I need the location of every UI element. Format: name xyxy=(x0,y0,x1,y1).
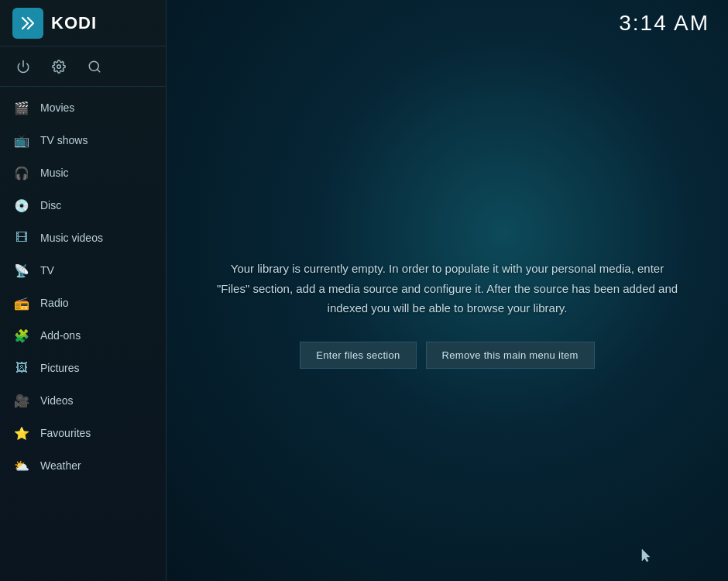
sidebar-item-label-pictures: Pictures xyxy=(40,362,80,374)
enter-files-button[interactable]: Enter files section xyxy=(300,342,416,369)
sidebar-item-music[interactable]: 🎧Music xyxy=(0,156,166,189)
add-ons-icon: 🧩 xyxy=(12,326,31,345)
sidebar-item-radio[interactable]: 📻Radio xyxy=(0,287,166,319)
sidebar-item-label-movies: Movies xyxy=(40,101,74,114)
music-videos-icon: 🎞 xyxy=(12,229,31,247)
disc-icon: 💿 xyxy=(12,196,31,215)
search-icon[interactable] xyxy=(84,56,105,77)
sidebar-toolbar xyxy=(0,46,166,87)
sidebar-item-pictures[interactable]: 🖼Pictures xyxy=(0,352,166,384)
main-content: 3:14 AM Your library is currently empty.… xyxy=(167,0,728,581)
sidebar-item-music-videos[interactable]: 🎞Music videos xyxy=(0,222,166,254)
clock: 3:14 AM xyxy=(619,11,709,36)
videos-icon: 🎥 xyxy=(12,391,31,410)
sidebar-item-disc[interactable]: 💿Disc xyxy=(0,189,166,222)
favourites-icon: ⭐ xyxy=(12,424,31,442)
app-title: KODI xyxy=(51,13,97,33)
sidebar-item-label-music: Music xyxy=(40,167,69,179)
sidebar-item-label-favourites: Favourites xyxy=(40,427,91,439)
sidebar-item-add-ons[interactable]: 🧩Add-ons xyxy=(0,319,166,352)
sidebar-item-label-tv: TV xyxy=(40,264,54,277)
sidebar: KODI 🎬Movies📺TV shows🎧Music💿Disc🎞Music v… xyxy=(0,0,167,581)
sidebar-item-label-radio: Radio xyxy=(40,297,69,309)
radio-icon: 📻 xyxy=(12,294,31,312)
app-header: KODI xyxy=(0,0,166,46)
movies-icon: 🎬 xyxy=(12,98,31,117)
sidebar-item-label-tv-shows: TV shows xyxy=(40,134,88,146)
center-content: Your library is currently empty. In orde… xyxy=(167,46,728,581)
sidebar-item-label-music-videos: Music videos xyxy=(40,232,103,244)
svg-point-2 xyxy=(57,64,61,68)
music-icon: 🎧 xyxy=(12,163,31,182)
svg-line-4 xyxy=(97,69,99,71)
sidebar-item-favourites[interactable]: ⭐Favourites xyxy=(0,417,166,449)
sidebar-item-label-disc: Disc xyxy=(40,199,61,211)
top-bar: 3:14 AM xyxy=(167,0,728,46)
action-buttons: Enter files section Remove this main men… xyxy=(300,342,594,369)
kodi-logo xyxy=(12,8,43,39)
weather-icon: ⛅ xyxy=(12,456,31,475)
sidebar-item-weather[interactable]: ⛅Weather xyxy=(0,449,166,482)
sidebar-nav: 🎬Movies📺TV shows🎧Music💿Disc🎞Music videos… xyxy=(0,87,166,581)
sidebar-item-movies[interactable]: 🎬Movies xyxy=(0,91,166,124)
pictures-icon: 🖼 xyxy=(12,359,31,377)
remove-menu-item-button[interactable]: Remove this main menu item xyxy=(426,342,595,369)
tv-shows-icon: 📺 xyxy=(12,131,31,150)
settings-icon[interactable] xyxy=(48,56,70,77)
sidebar-item-label-videos: Videos xyxy=(40,394,74,407)
power-icon[interactable] xyxy=(12,56,34,77)
sidebar-item-tv-shows[interactable]: 📺TV shows xyxy=(0,124,166,156)
sidebar-item-label-weather: Weather xyxy=(40,459,81,472)
sidebar-item-tv[interactable]: 📡TV xyxy=(0,254,166,287)
empty-library-message: Your library is currently empty. In orde… xyxy=(213,259,682,318)
sidebar-item-videos[interactable]: 🎥Videos xyxy=(0,384,166,417)
sidebar-item-label-add-ons: Add-ons xyxy=(40,329,81,342)
tv-icon: 📡 xyxy=(12,261,31,280)
